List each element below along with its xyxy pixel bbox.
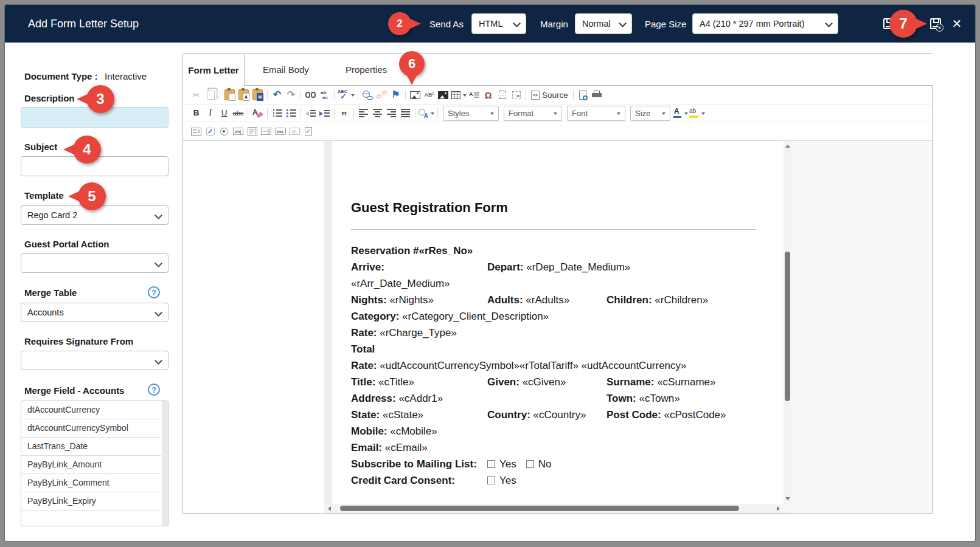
anchor-icon[interactable]: ⚑ [389,88,402,102]
image-button-icon[interactable] [288,124,301,139]
strike-icon[interactable]: abc [232,106,245,120]
document-cell: Address: «cAddr1» [351,390,606,407]
merge-field-item[interactable]: PayByLink_Comment [21,474,161,492]
find-icon[interactable] [304,88,317,102]
text-color-icon[interactable] [673,106,688,120]
align-left-icon[interactable] [357,106,370,120]
image-library-icon[interactable] [437,88,450,102]
preview-icon[interactable] [577,88,589,102]
merge-field-list-scrollbar[interactable] [162,401,168,526]
merge-field-item[interactable]: PayByLink_Amount [21,456,161,474]
replace-icon[interactable] [318,88,331,102]
unlink-icon[interactable] [375,88,388,102]
align-justify-icon[interactable] [399,106,412,120]
scroll-down-icon[interactable] [785,497,790,500]
hidden-field-icon[interactable] [302,124,315,139]
merge-field-help-icon[interactable]: ? [148,384,160,396]
insert-fields-icon[interactable] [468,88,481,102]
source-button[interactable]: Source [529,88,570,102]
undo-icon[interactable]: ↶ [271,88,283,102]
description-input[interactable] [21,107,169,128]
guest-portal-action-select[interactable] [21,253,169,273]
indent-icon[interactable] [318,106,331,120]
blockquote-icon[interactable]: ” [338,106,350,120]
autocorrect-icon[interactable]: AB² [423,88,436,102]
italic-icon[interactable]: I [204,106,217,120]
send-as-select[interactable]: HTML [471,13,526,34]
merge-field-label: Merge Field - Accounts [24,385,124,396]
subject-input[interactable] [21,156,169,176]
horizontal-scrollbar[interactable] [324,504,784,513]
outdent-icon[interactable] [304,106,317,120]
link-icon[interactable] [361,88,374,102]
scroll-left-icon[interactable] [328,506,331,511]
redo-icon[interactable]: ↷ [285,88,297,102]
checkbox-icon[interactable] [487,476,495,484]
scroll-right-icon[interactable] [777,506,780,511]
document-cell: Arrive:«rArr_Date_Medium» [351,259,487,292]
special-char-icon[interactable]: Ω [482,88,495,102]
select-field-icon[interactable] [260,124,273,139]
merge-field-item[interactable]: PayByLink_Expiry [21,492,161,511]
checkbox-icon[interactable] [526,460,534,468]
tab-form-letter[interactable]: Form Letter [182,53,245,86]
numbered-list-icon[interactable] [271,106,283,120]
bold-icon[interactable]: B [190,106,203,120]
merge-field-item[interactable]: dtAccountCurrencySymbol [21,419,161,438]
spellcheck-icon[interactable] [338,88,355,102]
tab-properties[interactable]: Properties [327,53,405,86]
cut-icon[interactable]: ✂ [190,88,203,102]
tab-email-body[interactable]: Email Body [245,53,327,86]
styles-combo[interactable]: Styles [443,106,499,121]
radio-icon[interactable] [218,124,231,139]
template-label: Template [24,190,64,201]
document-content[interactable]: Guest Registration Form Reservation #«rR… [351,200,756,489]
template-select[interactable]: Rego Card 2 [21,205,169,225]
remove-format-icon[interactable] [251,106,264,120]
table-icon[interactable] [451,88,467,102]
bullet-list-icon[interactable] [285,106,297,120]
document-type-label: Document Type : [24,71,98,81]
paste-word-icon[interactable] [251,88,264,102]
copy-icon[interactable] [204,88,217,102]
merge-table-select[interactable]: Accounts [21,303,169,322]
merge-field-list[interactable]: dtAccountCurrencydtAccountCurrencySymbol… [21,401,169,526]
document-cell: Mobile: «cMobile» [351,423,756,439]
checkbox-icon[interactable] [204,124,217,139]
requires-signature-select[interactable] [21,351,169,370]
iframe-icon[interactable] [510,88,523,102]
vertical-scrollbar[interactable] [784,141,791,504]
merge-field-item[interactable] [21,511,161,526]
checkbox-icon[interactable] [487,460,495,468]
align-right-icon[interactable] [385,106,398,120]
page-size-select[interactable]: A4 (210 * 297 mm Portrait) [692,13,838,34]
document-cell: Surname: «cSurname» [606,374,756,390]
language-icon[interactable] [419,106,434,120]
text-field-icon[interactable] [232,124,245,139]
bg-color-icon[interactable] [689,106,705,120]
underline-icon[interactable]: U [218,106,231,120]
image-icon[interactable] [409,88,422,102]
scroll-up-icon[interactable] [785,145,790,148]
format-combo[interactable]: Format [504,106,562,121]
merge-field-item[interactable]: LastTrans_Date [21,438,161,456]
page-break-icon[interactable] [496,88,509,102]
align-center-icon[interactable] [371,106,384,120]
vertical-scroll-thumb[interactable] [785,252,790,401]
horizontal-scroll-thumb[interactable] [340,506,739,511]
form-icon[interactable] [190,124,203,139]
merge-field-item[interactable]: dtAccountCurrency [21,401,161,419]
size-combo[interactable]: Size [630,106,670,121]
button-icon[interactable] [274,124,287,139]
editing-area[interactable]: Guest Registration Form Reservation #«rR… [324,141,791,513]
textarea-icon[interactable] [246,124,259,139]
close-button[interactable]: ✕ [945,5,968,43]
font-combo[interactable]: Font [567,106,625,121]
paste-text-icon[interactable] [237,88,250,102]
print-icon[interactable] [591,88,603,102]
save-icon[interactable] [883,18,894,29]
save-close-icon[interactable]: ✕ [930,18,941,29]
merge-table-help-icon[interactable]: ? [148,286,160,298]
margin-select[interactable]: Normal [575,13,632,34]
paste-icon[interactable] [223,88,236,102]
